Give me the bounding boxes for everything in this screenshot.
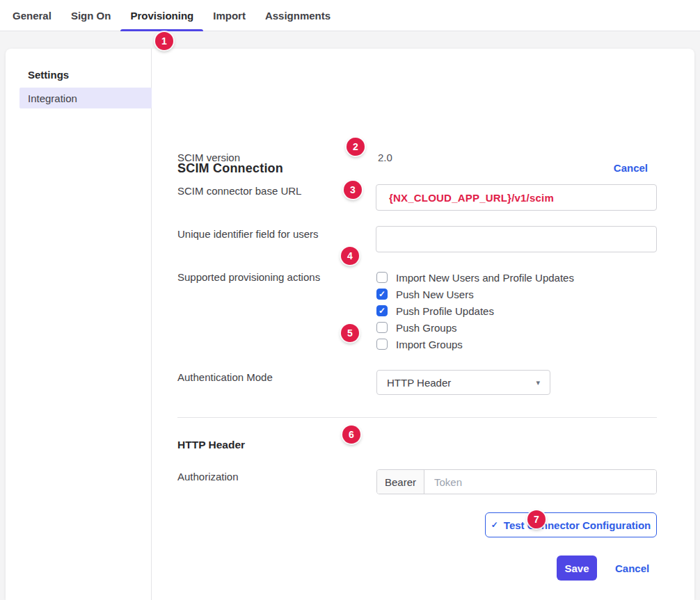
auth-mode-label: Authentication Mode bbox=[177, 371, 273, 384]
base-url-input[interactable] bbox=[376, 184, 657, 211]
token-input[interactable] bbox=[424, 470, 656, 494]
checkbox-label: Push New Users bbox=[396, 289, 474, 300]
test-connector-label: Test Connector Configuration bbox=[504, 519, 651, 531]
http-header-section-heading: HTTP Header bbox=[177, 438, 245, 452]
callout-2: 2 bbox=[347, 138, 365, 156]
tab-assignments[interactable]: Assignments bbox=[255, 0, 340, 31]
callout-5: 5 bbox=[341, 324, 359, 342]
callout-4: 4 bbox=[341, 247, 359, 265]
save-button[interactable]: Save bbox=[557, 556, 597, 581]
tab-general[interactable]: General bbox=[3, 0, 61, 31]
callout-6: 6 bbox=[342, 425, 360, 444]
checkbox-label: Import Groups bbox=[396, 339, 463, 350]
tab-import[interactable]: Import bbox=[203, 0, 255, 31]
base-url-label: SCIM connector base URL bbox=[177, 184, 301, 198]
chevron-down-icon: ▾ bbox=[536, 378, 540, 387]
callout-3: 3 bbox=[344, 181, 362, 199]
checkbox-row-import-groups: Import Groups bbox=[376, 336, 574, 352]
bearer-prefix: Bearer bbox=[377, 470, 424, 494]
check-icon: ✓ bbox=[491, 520, 498, 530]
checkbox-row-push-new-users: Push New Users bbox=[376, 286, 574, 302]
authorization-label: Authorization bbox=[177, 470, 239, 484]
checkbox-row-import-users: Import New Users and Profile Updates bbox=[376, 269, 574, 286]
checkbox-push-groups[interactable] bbox=[376, 322, 388, 333]
checkbox-row-push-profile-updates: Push Profile Updates bbox=[376, 302, 574, 319]
test-connector-button[interactable]: ✓ Test Connector Configuration bbox=[485, 512, 657, 537]
page: General Sign On Provisioning Import Assi… bbox=[0, 0, 700, 600]
cancel-link-top[interactable]: Cancel bbox=[614, 162, 648, 174]
tab-provisioning[interactable]: Provisioning bbox=[120, 0, 203, 31]
sidebar-heading: Settings bbox=[28, 68, 69, 82]
provisioning-actions-group: Import New Users and Profile Updates Pus… bbox=[376, 269, 574, 352]
checkbox-row-push-groups: Push Groups bbox=[376, 319, 574, 336]
checkbox-push-profile-updates[interactable] bbox=[376, 305, 388, 316]
callout-1: 1 bbox=[155, 32, 173, 50]
provisioning-actions-label: Supported provisioning actions bbox=[177, 270, 320, 284]
checkbox-import-groups[interactable] bbox=[376, 339, 388, 350]
checkbox-label: Push Profile Updates bbox=[396, 305, 494, 317]
checkbox-label: Import New Users and Profile Updates bbox=[396, 272, 574, 284]
unique-id-label: Unique identifier field for users bbox=[177, 227, 319, 241]
unique-id-input[interactable] bbox=[376, 226, 657, 252]
authentication-mode-select[interactable]: HTTP Header ▾ bbox=[376, 370, 550, 395]
authentication-mode-value: HTTP Header bbox=[387, 377, 451, 389]
section-divider bbox=[177, 417, 657, 418]
tab-sign-on[interactable]: Sign On bbox=[61, 0, 121, 31]
app-tabbar: General Sign On Provisioning Import Assi… bbox=[0, 0, 700, 31]
cancel-link-bottom[interactable]: Cancel bbox=[615, 562, 649, 574]
checkbox-import-users[interactable] bbox=[376, 272, 388, 283]
scim-version-value: 2.0 bbox=[378, 151, 392, 165]
scim-version-label: SCIM version bbox=[177, 151, 240, 165]
settings-sidebar: Settings Integration bbox=[6, 49, 152, 600]
checkbox-push-new-users[interactable] bbox=[376, 289, 388, 300]
callout-7: 7 bbox=[527, 510, 546, 528]
authorization-field: Bearer bbox=[376, 469, 657, 494]
checkbox-label: Push Groups bbox=[396, 322, 457, 334]
sidebar-item-integration[interactable]: Integration bbox=[19, 88, 152, 108]
